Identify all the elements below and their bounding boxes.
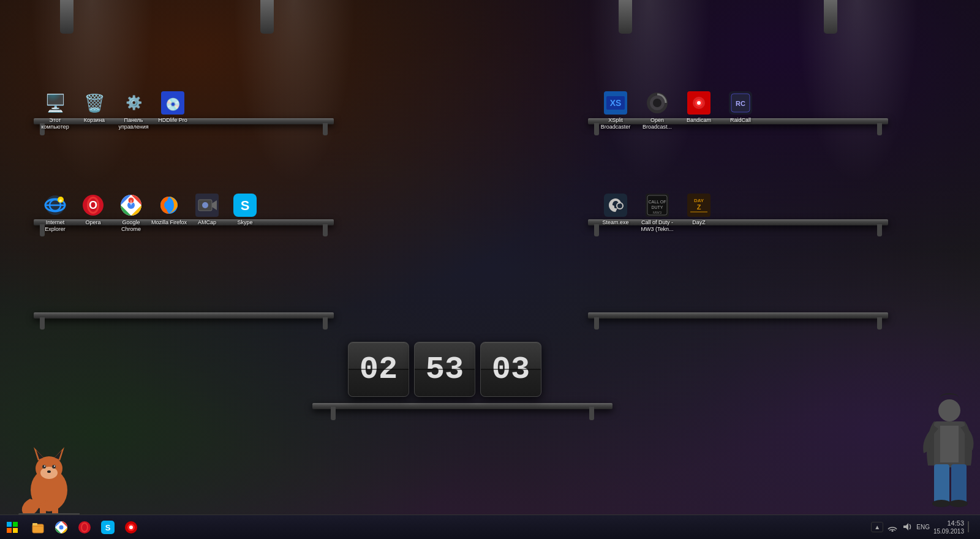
svg-point-22 bbox=[202, 202, 208, 208]
clock-hours: 02 bbox=[348, 342, 409, 397]
svg-text:Z: Z bbox=[697, 203, 701, 211]
svg-point-80 bbox=[59, 525, 64, 529]
icon-trash[interactable]: 🗑️ Корзина bbox=[76, 91, 113, 130]
svg-point-88 bbox=[129, 526, 133, 529]
shelf-left-bot bbox=[34, 312, 334, 318]
start-button[interactable] bbox=[0, 515, 24, 540]
icon-group-right-top: XS XSplit Broadcaster Open Broadcast... … bbox=[597, 91, 759, 130]
tray-show-desktop[interactable] bbox=[968, 521, 974, 532]
taskbar-skype[interactable]: S bbox=[97, 516, 119, 538]
svg-rect-38 bbox=[604, 194, 627, 217]
taskbar-clock[interactable]: 14:53 15.09.2013 bbox=[933, 519, 964, 535]
svg-rect-74 bbox=[7, 528, 12, 533]
svg-point-30 bbox=[653, 99, 662, 107]
svg-rect-68 bbox=[934, 464, 949, 504]
svg-point-60 bbox=[54, 466, 55, 467]
taskbar-opera[interactable] bbox=[74, 516, 96, 538]
clock-minutes: 53 bbox=[414, 342, 475, 397]
svg-rect-76 bbox=[32, 524, 43, 533]
svg-point-34 bbox=[697, 101, 701, 105]
svg-text:RC: RC bbox=[736, 100, 745, 107]
icon-group-right-mid: Steam.exe CALL OF DUTY MW3 Call of Duty … bbox=[597, 193, 717, 233]
icon-firefox[interactable]: Mozilla Firefox bbox=[151, 193, 187, 233]
icon-group-left-mid: e Internet Explorer O Opera bbox=[37, 193, 263, 233]
svg-point-70 bbox=[932, 500, 951, 507]
svg-point-83 bbox=[82, 524, 87, 531]
svg-text:XS: XS bbox=[610, 98, 622, 108]
icon-skype[interactable]: S Skype bbox=[227, 193, 263, 233]
svg-text:S: S bbox=[241, 198, 250, 213]
svg-text:S: S bbox=[105, 523, 111, 532]
icon-raidcall[interactable]: RC RaidCall bbox=[722, 91, 759, 130]
svg-point-58 bbox=[52, 465, 56, 469]
icon-amcap[interactable]: AMCap bbox=[189, 193, 225, 233]
svg-rect-62 bbox=[40, 505, 46, 514]
icon-google-chrome[interactable]: Google Chrome bbox=[113, 193, 149, 233]
svg-point-57 bbox=[42, 465, 46, 469]
fixture-2 bbox=[260, 0, 274, 34]
svg-text:MW3: MW3 bbox=[653, 211, 662, 214]
svg-rect-75 bbox=[13, 528, 18, 533]
svg-rect-63 bbox=[52, 505, 58, 514]
svg-point-18 bbox=[164, 200, 174, 210]
fixture-3 bbox=[619, 0, 632, 34]
svg-text:CALL OF: CALL OF bbox=[649, 200, 666, 204]
icon-control-panel[interactable]: ⚙️ Панель управления bbox=[115, 91, 152, 130]
desktop-background bbox=[0, 0, 980, 539]
svg-point-65 bbox=[938, 399, 960, 421]
svg-rect-72 bbox=[7, 522, 12, 527]
svg-rect-69 bbox=[951, 464, 967, 504]
icon-internet-explorer[interactable]: e Internet Explorer bbox=[37, 193, 74, 233]
svg-point-61 bbox=[47, 470, 51, 473]
svg-text:DAY: DAY bbox=[694, 198, 704, 203]
svg-text:💿: 💿 bbox=[165, 97, 181, 111]
tray-show-hidden[interactable]: ▲ bbox=[871, 522, 883, 532]
svg-rect-67 bbox=[940, 426, 959, 462]
taskbar-bandicam[interactable] bbox=[120, 516, 142, 538]
taskbar-file-explorer[interactable] bbox=[27, 516, 49, 538]
fixture-4 bbox=[824, 0, 837, 34]
tray-network[interactable] bbox=[887, 521, 898, 532]
icon-dayz[interactable]: DAY Z DayZ bbox=[680, 193, 717, 233]
clock-widget: 02 53 03 bbox=[348, 342, 541, 397]
icon-opera[interactable]: O Opera bbox=[75, 193, 111, 233]
icon-cod[interactable]: CALL OF DUTY MW3 Call of Duty - MW3 (Tek… bbox=[639, 193, 676, 233]
taskbar-items: S bbox=[24, 516, 145, 538]
icon-my-computer[interactable]: 🖥️ Этот компьютер bbox=[37, 91, 74, 130]
svg-text:e: e bbox=[59, 198, 62, 203]
taskbar: S ▲ bbox=[0, 514, 980, 539]
svg-text:O: O bbox=[89, 199, 97, 211]
system-tray: ▲ ENG 14:53 15.09.2013 bbox=[871, 519, 980, 535]
shelf-right-bot bbox=[588, 312, 888, 318]
tray-lang[interactable]: ENG bbox=[916, 524, 930, 530]
svg-text:DUTY: DUTY bbox=[651, 205, 663, 209]
icon-steam[interactable]: Steam.exe bbox=[597, 193, 634, 233]
svg-point-40 bbox=[611, 205, 614, 209]
icon-obs[interactable]: Open Broadcast... bbox=[639, 91, 676, 130]
tray-volume[interactable] bbox=[902, 521, 913, 532]
svg-point-59 bbox=[44, 466, 45, 467]
icon-bandicam[interactable]: Bandicam bbox=[680, 91, 717, 130]
icon-hddlife[interactable]: 💿 HDDlife Pro bbox=[154, 91, 191, 130]
svg-rect-73 bbox=[13, 522, 18, 527]
icon-xsplit[interactable]: XS XSplit Broadcaster bbox=[597, 91, 634, 130]
fox-decoration bbox=[18, 429, 80, 514]
shelf-bottom-center bbox=[312, 403, 612, 409]
svg-point-89 bbox=[892, 530, 894, 532]
fixture-1 bbox=[60, 0, 74, 34]
person-decoration bbox=[894, 392, 974, 514]
icon-group-left-top: 🖥️ Этот компьютер 🗑️ Корзина ⚙️ Панель у… bbox=[37, 91, 191, 130]
svg-rect-77 bbox=[32, 523, 37, 526]
taskbar-chrome[interactable] bbox=[50, 516, 72, 538]
svg-point-71 bbox=[949, 500, 968, 507]
clock-seconds: 03 bbox=[480, 342, 541, 397]
